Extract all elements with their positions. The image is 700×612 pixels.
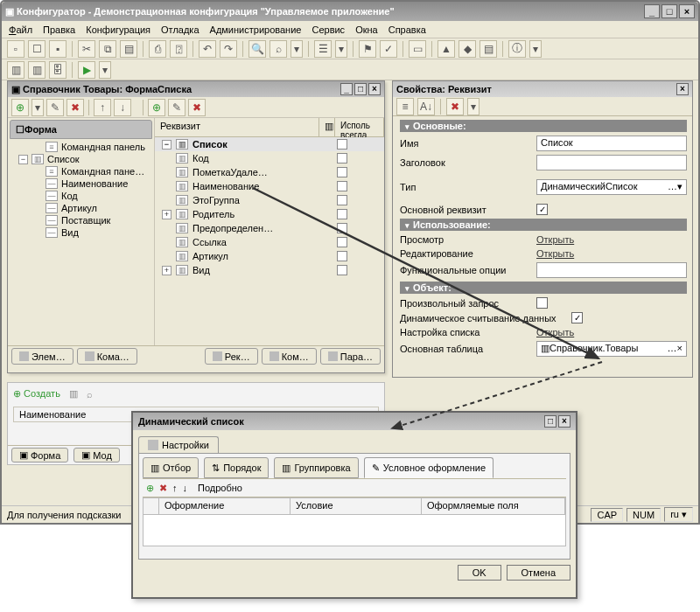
add-button[interactable]: ⊕ <box>11 99 29 116</box>
save-icon[interactable]: ▪ <box>49 40 66 58</box>
add-dd-icon[interactable]: ▾ <box>32 99 44 116</box>
new-icon[interactable]: ▫ <box>7 40 24 58</box>
props-icon[interactable]: ▤ <box>480 40 497 58</box>
prop-arb-checkbox[interactable] <box>536 297 548 309</box>
rekv-list[interactable]: −▥Список▥Код▥ПометкаУдале…▥Наименование▥… <box>155 137 384 345</box>
del-item-icon[interactable]: ✖ <box>66 99 84 116</box>
role-icon[interactable]: ◆ <box>458 40 476 58</box>
prop-view-link[interactable]: Открыть <box>536 234 574 245</box>
menu-debug[interactable]: Отладка <box>161 24 199 35</box>
tree-item[interactable]: —Наименование <box>8 177 154 190</box>
props-x-icon[interactable]: ✖ <box>446 98 464 115</box>
open-icon[interactable]: ☐ <box>28 40 46 58</box>
section-use[interactable]: Использование: <box>400 219 687 231</box>
dialog-max-button[interactable]: □ <box>544 415 556 428</box>
create-button[interactable]: ⊕ Создать <box>13 388 60 400</box>
edit2-icon[interactable]: ✎ <box>168 99 186 116</box>
t2-2-icon[interactable]: ▥ <box>28 61 46 79</box>
props-close-button[interactable]: × <box>676 83 689 95</box>
subtab-order[interactable]: ⇅Порядок <box>204 457 269 478</box>
dialog-tab-settings[interactable]: Настройки <box>138 436 219 453</box>
tab-kom[interactable]: Ком… <box>262 348 317 365</box>
dlg-add-icon[interactable]: ⊕ <box>146 483 154 494</box>
props-dd-icon[interactable]: ▾ <box>467 98 480 115</box>
tree-item[interactable]: ≡Командная пане… <box>8 165 154 177</box>
bottom-tab-module[interactable]: ▣ Мод <box>74 448 120 462</box>
rekv-row[interactable]: ▥ПометкаУдале… <box>155 165 384 179</box>
prop-mainrekv-checkbox[interactable]: ✓ <box>536 204 548 215</box>
prop-list-setup-link[interactable]: Открыть <box>536 327 574 337</box>
rekv-row[interactable]: ▥Ссылка <box>155 235 384 249</box>
del2-icon[interactable]: ✖ <box>188 99 206 116</box>
subtab-group[interactable]: ▥Группировка <box>274 457 358 478</box>
subtab-cond-appearance[interactable]: ✎Условное оформление <box>364 457 494 478</box>
user-icon[interactable]: ▲ <box>438 40 455 58</box>
props-cat-icon[interactable]: ≡ <box>396 98 414 115</box>
dialog-close-button[interactable]: × <box>558 415 570 428</box>
tree-item[interactable]: −▥Список <box>8 153 154 165</box>
prop-funcopt-input[interactable] <box>536 262 687 278</box>
tree-item[interactable]: —Артикул <box>8 202 154 214</box>
menu-windows[interactable]: Окна <box>355 24 378 35</box>
pv-icon1[interactable]: ▥ <box>69 388 78 400</box>
syntax-icon[interactable]: ⚑ <box>359 40 376 58</box>
prop-edit-link[interactable]: Открыть <box>536 248 574 259</box>
child-min-button[interactable]: _ <box>340 83 353 95</box>
zoom-icon[interactable]: ⌕ <box>270 40 287 58</box>
tab-param[interactable]: Пара… <box>320 348 381 365</box>
prop-maintable-input[interactable]: ▥ Справочник.Товары…× <box>536 341 687 357</box>
menu-admin[interactable]: Администрирование <box>210 24 302 35</box>
tab-elements[interactable]: Элем… <box>11 348 74 365</box>
db-icon[interactable]: ☰ <box>314 40 332 58</box>
rekv-row[interactable]: ▥ЭтоГруппа <box>155 193 384 207</box>
tree-item[interactable]: ≡Командная панель <box>8 141 154 153</box>
maximize-button[interactable]: □ <box>662 4 677 18</box>
rekv-row[interactable]: ▥Предопределен… <box>155 221 384 235</box>
run-icon[interactable]: ▶ <box>78 61 95 79</box>
check-icon[interactable]: ✓ <box>380 40 397 58</box>
add2-button[interactable]: ⊕ <box>148 99 165 116</box>
dlg-up-icon[interactable]: ↑ <box>172 483 178 493</box>
tree-item[interactable]: —Поставщик <box>8 214 154 226</box>
menu-help[interactable]: Справка <box>388 24 426 35</box>
run-dd-icon[interactable]: ▾ <box>99 61 111 79</box>
child-max-button[interactable]: □ <box>354 83 367 95</box>
pv-icon2[interactable]: ⌕ <box>87 389 93 400</box>
rekv-row[interactable]: ▥Код <box>155 151 384 165</box>
prop-dyn-checkbox[interactable]: ✓ <box>571 312 583 323</box>
subtab-filter[interactable]: ▥Отбор <box>143 457 199 478</box>
copy-icon[interactable]: ⧉ <box>99 40 116 58</box>
t2-1-icon[interactable]: ▥ <box>7 61 24 79</box>
undo-icon[interactable]: ↶ <box>199 40 216 58</box>
tab-commands[interactable]: Кома… <box>77 348 137 365</box>
tree-item[interactable]: —Вид <box>8 226 154 239</box>
dlg-table-body[interactable] <box>143 515 566 525</box>
props-az-icon[interactable]: A↓ <box>417 98 435 115</box>
menu-service[interactable]: Сервис <box>312 24 345 35</box>
dd3-icon[interactable]: ▾ <box>529 40 542 58</box>
child-close-button[interactable]: × <box>368 83 381 95</box>
menu-file[interactable]: Файл <box>9 24 32 35</box>
prop-name-input[interactable]: Список <box>536 136 687 151</box>
rekv-row[interactable]: +▥Родитель <box>155 207 384 221</box>
edit-item-icon[interactable]: ✎ <box>46 99 64 116</box>
rekv-row[interactable]: −▥Список <box>155 137 384 151</box>
close-button[interactable]: × <box>679 4 695 18</box>
prop-type-input[interactable]: ДинамическийСписок…▾ <box>536 179 687 195</box>
preview-icon[interactable]: ⍰ <box>170 40 187 58</box>
redo-icon[interactable]: ↷ <box>220 40 237 58</box>
cascade-icon[interactable]: ▭ <box>409 40 426 58</box>
dlg-down-icon[interactable]: ↓ <box>183 483 188 493</box>
prop-header-input[interactable] <box>536 155 687 170</box>
rekv-row[interactable]: ▥Наименование <box>155 179 384 193</box>
dlg-detail-link[interactable]: Подробно <box>198 483 242 493</box>
cut-icon[interactable]: ✂ <box>78 40 95 58</box>
down-icon[interactable]: ↓ <box>114 99 131 116</box>
paste-icon[interactable]: ▤ <box>120 40 137 58</box>
tab-rekv[interactable]: Рек… <box>205 348 258 365</box>
info-icon[interactable]: ⓘ <box>508 40 526 58</box>
find-icon[interactable]: 🔍 <box>248 40 266 58</box>
section-main[interactable]: Основные: <box>400 120 687 132</box>
menu-config[interactable]: Конфигурация <box>86 24 150 35</box>
section-obj[interactable]: Объект: <box>400 282 687 294</box>
